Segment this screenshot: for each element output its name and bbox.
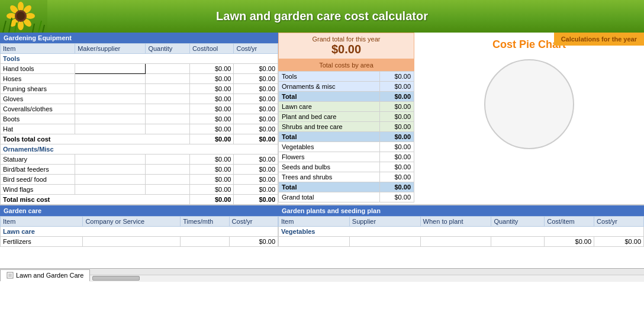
equipment-panel: Gardening Equipment Item Maker/supplier … — [0, 33, 278, 204]
list-item: Plant and bed care $0.00 — [279, 112, 414, 122]
list-item: Ornaments & misc $0.00 — [279, 82, 414, 92]
misc-total-row: Total misc cost $0.00 $0.00 — [1, 195, 278, 205]
col-cost-yr: Cost/yr — [234, 44, 278, 54]
list-item: Shrubs and tree care $0.00 — [279, 122, 414, 132]
svg-point-10 — [17, 12, 25, 20]
lawn-care-category-row: Lawn care — [1, 227, 278, 237]
grand-total-label: Grand total for this year — [281, 36, 411, 43]
sunflower-icon — [0, 0, 47, 33]
grand-total-box: Grand total for this year $0.00 — [278, 33, 414, 59]
page-title: Lawn and garden care cost calculator — [216, 9, 428, 23]
year-banner: Calculations for the year — [554, 33, 644, 46]
garden-care-table: Item Company or Service Times/mth Cost/y… — [0, 216, 278, 247]
table-row: Pruning shears $0.00 $0.00 — [1, 84, 278, 94]
hand-tools-maker-input[interactable] — [78, 65, 134, 72]
status-bar: Lawn and Garden Care — [0, 268, 644, 281]
tools-total-row: Tools total cost $0.00 $0.00 — [1, 134, 278, 144]
table-row: Bird/bat feeders $0.00 $0.00 — [1, 165, 278, 175]
table-row: Hoses $0.00 $0.00 — [1, 74, 278, 84]
garden-plants-table: Item Supplier When to plant Quantity Cos… — [278, 216, 644, 247]
equipment-header: Gardening Equipment — [0, 33, 278, 43]
list-item: Tools $0.00 — [279, 72, 414, 82]
table-row: $0.00 $0.00 — [279, 237, 644, 247]
list-item: Total $0.00 — [279, 182, 414, 192]
gc-col-times: Times/mth — [181, 217, 229, 227]
sheet-tab[interactable]: Lawn and Garden Care — [0, 269, 90, 281]
tab-label: Lawn and Garden Care — [16, 272, 83, 279]
gc-col-company: Company or Service — [83, 217, 181, 227]
svg-point-1 — [18, 2, 24, 11]
list-item: Flowers $0.00 — [279, 152, 414, 162]
list-item: Lawn care $0.00 — [279, 102, 414, 112]
gp-col-when: When to plant — [420, 217, 491, 227]
table-row: Boots $0.00 $0.00 — [1, 114, 278, 124]
gc-col-item: Item — [1, 217, 83, 227]
list-item: Trees and shrubs $0.00 — [279, 172, 414, 182]
app-header: Lawn and garden care cost calculator — [0, 0, 644, 33]
list-item: Vegetables $0.00 — [279, 142, 414, 152]
gp-col-item: Item — [279, 217, 350, 227]
vegetables-category-row: Vegetables — [279, 227, 644, 237]
gp-col-qty: Quantity — [491, 217, 545, 227]
col-cost-tool: Cost/tool — [189, 44, 234, 54]
gp-col-supplier: Supplier — [349, 217, 420, 227]
col-quantity: Quantity — [146, 44, 190, 54]
list-item: Total $0.00 — [279, 132, 414, 142]
list-item: Total $0.00 — [279, 92, 414, 102]
table-row: Coveralls/clothes $0.00 $0.00 — [1, 104, 278, 114]
garden-care-header: Garden care — [0, 205, 278, 216]
table-row: Hand tools $0.00 $0.00 — [1, 64, 278, 74]
table-row: Bird seed/ food $0.00 $0.00 — [1, 175, 278, 185]
table-row: Statuary $0.00 $0.00 — [1, 155, 278, 165]
table-row: Gloves $0.00 $0.00 — [1, 94, 278, 104]
tools-category-row: Tools — [1, 54, 278, 64]
grand-total-value: $0.00 — [281, 43, 411, 56]
svg-point-5 — [18, 21, 24, 30]
svg-point-3 — [25, 13, 35, 19]
col-item: Item — [1, 44, 75, 54]
table-row: Fertilizers $0.00 — [1, 237, 278, 247]
costs-by-area-header: Total costs by area — [278, 59, 414, 71]
horizontal-scrollbar-thumb[interactable] — [92, 276, 140, 281]
gp-col-cost-item: Cost/item — [545, 217, 594, 227]
summary-panel: Grand total for this year $0.00 Total co… — [278, 33, 414, 204]
garden-plants-header: Garden plants and seeding plan — [278, 205, 644, 216]
sheet-icon — [7, 272, 14, 279]
garden-care-panel: Garden care Item Company or Service Time… — [0, 205, 278, 268]
col-maker: Maker/supplier — [75, 44, 146, 54]
list-item: Seeds and bulbs $0.00 — [279, 162, 414, 172]
svg-point-17 — [485, 60, 574, 149]
table-row: Hat $0.00 $0.00 — [1, 124, 278, 134]
gc-col-cost-yr: Cost/yr — [229, 217, 278, 227]
table-row: Wind flags $0.00 $0.00 — [1, 185, 278, 195]
list-item: Grand total $0.00 — [279, 192, 414, 202]
equipment-table: Item Maker/supplier Quantity Cost/tool C… — [0, 43, 278, 205]
costs-table: Tools $0.00 Ornaments & misc $0.00 Total… — [278, 71, 414, 202]
ornaments-category-row: Ornaments/Misc — [1, 144, 278, 155]
pie-chart-panel: Cost Pie Chart — [414, 33, 644, 204]
pie-chart — [482, 57, 577, 152]
garden-plants-panel: Garden plants and seeding plan Item Supp… — [278, 205, 644, 268]
gp-col-cost-yr: Cost/yr — [594, 217, 644, 227]
